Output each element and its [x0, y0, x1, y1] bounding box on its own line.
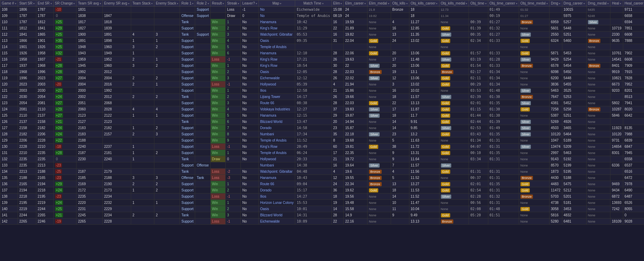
cell-team-stack — [131, 69, 154, 75]
col-streak[interactable]: Streak — [226, 0, 241, 7]
col-team-sr-avg[interactable]: Team SR avg — [76, 0, 102, 7]
col-enemy-sr-avg[interactable]: Enemy SR avg — [102, 0, 131, 7]
cell-enemy-stack — [154, 156, 180, 162]
cell-streak: 2 — [226, 206, 241, 212]
col-role1[interactable]: Role 1 — [180, 0, 195, 7]
cell-enemy-sr-avg: 2234 — [102, 212, 131, 218]
cell-match-time — [295, 44, 332, 50]
col-match-time[interactable]: Match Time — [295, 0, 332, 7]
cell-elim-medal: None — [368, 137, 391, 144]
cell-dmg: 4483 — [549, 181, 562, 187]
cell-team-sr-avg: 2000 — [76, 88, 102, 94]
cell-elim-medal: Gold — [368, 50, 391, 56]
cell-game: 136 — [0, 181, 18, 187]
cell-dmg-career: 3453 — [562, 206, 586, 212]
cell-role1: Tank — [180, 169, 195, 175]
cell-dmg: 1873 — [549, 169, 562, 175]
cell-elim-medal: Silver — [368, 162, 391, 169]
col-obj-time-medal[interactable]: Obj_time_medal — [519, 0, 549, 7]
cell-match-time: 14:58 — [295, 125, 332, 131]
col-start-sr[interactable]: Start SR — [18, 0, 36, 7]
cell-elim: 28 — [332, 50, 344, 56]
col-dmg[interactable]: Dmg — [549, 0, 562, 7]
cell-elim-career: 22.03 — [344, 100, 368, 106]
table-row: 11619581937-211959195221SupportLoss-1NoK… — [0, 56, 644, 63]
col-obj-kills-career[interactable]: Obj_kills_career — [409, 0, 439, 7]
cell-start-sr: 2194 — [18, 187, 36, 194]
cell-obj-time — [469, 13, 488, 19]
cell-obj-kills-career: 9.49 — [409, 212, 439, 218]
col-obj-kills[interactable]: Obj_kills — [391, 0, 409, 7]
cell-heal-career: 6839 — [623, 137, 644, 144]
cell-obj-kills-medal: None — [439, 19, 469, 25]
cell-obj-time-career: 01:51 — [488, 212, 519, 218]
col-obj-time-career[interactable]: Obj_time_career — [488, 0, 519, 7]
cell-obj-kills: 13 — [391, 181, 409, 187]
cell-obj-kills-medal: None — [439, 175, 469, 181]
col-map[interactable]: Map — [258, 0, 295, 7]
cell-heal-career — [623, 119, 644, 125]
cell-heal-career: 6847 — [623, 144, 644, 150]
cell-enemy-sr-avg: 2240 — [102, 156, 131, 162]
col-game[interactable]: Game # — [0, 0, 18, 7]
col-team-stack[interactable]: Team Stack — [131, 0, 154, 7]
cell-team-sr-avg: 1900 — [76, 32, 102, 38]
cell-obj-kills — [391, 44, 409, 50]
cell-obj-time: 04:07 — [469, 144, 488, 150]
cell-obj-time: 00:10 — [469, 150, 488, 156]
cell-dmg: 3836 — [549, 81, 562, 88]
cell-role1: Support — [180, 44, 195, 50]
col-elim[interactable]: Elim — [332, 0, 344, 7]
cell-dmg: 4503 — [549, 125, 562, 131]
cell-end-sr: 2206 — [36, 131, 53, 137]
col-enemy-stack[interactable]: Enemy Stack — [154, 0, 180, 7]
col-leaver[interactable]: Leaver? — [241, 0, 258, 7]
col-dmg-medal[interactable]: Dmg_medal — [586, 0, 610, 7]
cell-team-sr-avg: 2169 — [76, 181, 102, 187]
cell-leaver: No — [241, 19, 258, 25]
cell-sr-change: +24 — [53, 94, 76, 100]
cell-leaver: No — [241, 187, 258, 194]
cell-game: 140 — [0, 206, 18, 212]
col-heal[interactable]: Heal — [610, 0, 623, 7]
cell-heal: 7242 — [610, 206, 623, 212]
col-elim-career[interactable]: Elim_career — [344, 0, 368, 7]
col-obj-time[interactable]: Obj_time — [469, 0, 488, 7]
cell-end-sr: 2235 — [36, 150, 53, 156]
cell-obj-time-medal: None — [519, 162, 549, 169]
col-dmg-career[interactable]: Dmg_career — [562, 0, 586, 7]
col-elim-medal[interactable]: Elim_medal — [368, 0, 391, 7]
cell-heal-career: 8201 — [623, 88, 644, 94]
main-table-container[interactable]: Game # Start SR End SR SR Change Team SR… — [0, 0, 644, 261]
col-role2[interactable]: Role 2 — [195, 0, 210, 7]
cell-streak: 1 — [226, 19, 241, 25]
cell-dmg-career — [562, 44, 586, 50]
cell-role2 — [195, 181, 210, 187]
cell-team-sr-avg: 1945 — [76, 63, 102, 69]
cell-enemy-stack — [154, 100, 180, 106]
cell-dmg: 11472 — [549, 187, 562, 194]
cell-dmg-medal: None — [586, 56, 610, 63]
cell-heal-career: 9028 — [623, 218, 644, 225]
cell-result: Win — [210, 106, 226, 112]
cell-enemy-stack: 1 — [154, 112, 180, 119]
col-end-sr[interactable]: End SR — [36, 0, 53, 7]
cell-match-time: 15:17 — [295, 187, 332, 194]
cell-role1: Tank — [180, 32, 195, 38]
col-heal-career[interactable]: Heal_career — [623, 0, 644, 7]
cell-end-sr: 2188 — [36, 169, 53, 175]
cell-dmg: 10120 — [549, 131, 562, 137]
table-row: 11218411865+251900189143TankSupportWin3N… — [0, 32, 644, 38]
cell-role1: Support — [180, 131, 195, 137]
col-sr-change[interactable]: SR Change — [53, 0, 76, 7]
cell-result: Win — [210, 100, 226, 106]
cell-enemy-stack: 2 — [154, 181, 180, 187]
cell-streak — [226, 162, 241, 169]
cell-elim-career: 21.89 — [344, 25, 368, 32]
cell-obj-time-career: 01:31 — [488, 144, 519, 150]
col-result[interactable]: Result — [210, 0, 226, 7]
cell-dmg-career: 5257 — [562, 19, 586, 25]
cell-elim-medal: None — [368, 81, 391, 88]
cell-obj-kills-medal: Gold — [439, 63, 469, 69]
col-obj-kills-medal[interactable]: Obj_kills_medal — [439, 0, 469, 7]
